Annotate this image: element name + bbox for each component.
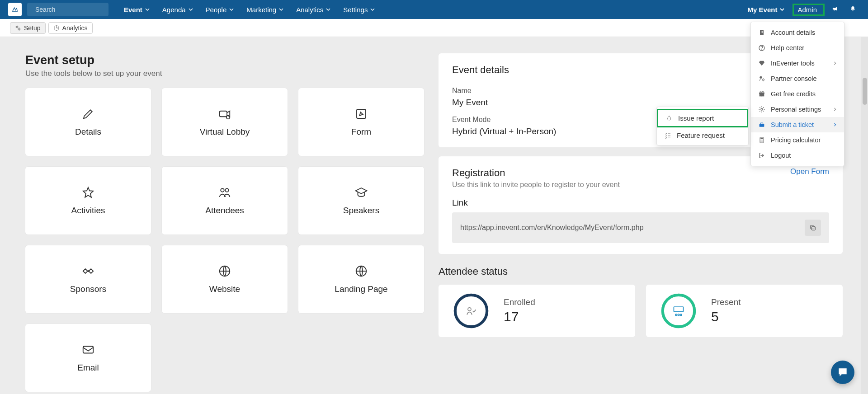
svg-rect-24	[760, 30, 764, 35]
svg-point-9	[225, 188, 229, 192]
svg-point-40	[761, 140, 762, 140]
enrolled-donut-icon	[451, 291, 491, 331]
attendee-status-section: Attendee status Enrolled 17 Present 5	[439, 263, 843, 337]
present-label: Present	[711, 297, 741, 307]
svg-point-30	[761, 49, 762, 50]
building-icon	[758, 29, 765, 36]
tile-label: Email	[77, 363, 99, 373]
copy-link-button[interactable]	[805, 220, 821, 236]
submenu-feature-request[interactable]: Feature request	[657, 127, 748, 143]
nav-item-event[interactable]: Event	[119, 3, 154, 16]
search-input[interactable]	[35, 6, 114, 13]
present-donut-icon	[659, 291, 698, 331]
globe-icon	[218, 264, 231, 278]
tile-details[interactable]: Details	[25, 88, 151, 156]
svg-point-8	[221, 188, 224, 192]
announce-button[interactable]	[828, 3, 842, 17]
tile-virtual-lobby[interactable]: Virtual Lobby	[162, 88, 288, 156]
chat-button[interactable]	[831, 361, 854, 384]
menu-partner-console[interactable]: Partner console	[751, 71, 844, 86]
tile-speakers[interactable]: Speakers	[298, 167, 424, 235]
chevron-down-icon	[370, 7, 375, 12]
menu-get-free-credits[interactable]: Get free credits	[751, 86, 844, 102]
registration-card: Registration Open Form Use this link to …	[439, 156, 843, 254]
tile-email[interactable]: Email	[25, 324, 151, 392]
nav-item-marketing[interactable]: Marketing	[242, 3, 288, 16]
name-value: My Event	[452, 98, 488, 108]
svg-point-16	[455, 295, 487, 327]
tile-activities[interactable]: Activities	[25, 167, 151, 235]
menu-pricing-calculator[interactable]: Pricing calculator	[751, 132, 844, 148]
tile-sponsors[interactable]: Sponsors	[25, 245, 151, 313]
chevron-down-icon	[326, 7, 330, 12]
svg-point-31	[760, 76, 762, 79]
chevron-down-icon	[780, 7, 784, 12]
edit-square-icon	[354, 107, 368, 121]
user-cog-icon	[758, 75, 765, 82]
copy-icon	[809, 224, 816, 231]
admin-dropdown[interactable]: Admin	[793, 4, 825, 16]
menu-submit-ticket[interactable]: Submit a ticket	[751, 117, 844, 132]
svg-point-21	[675, 314, 677, 316]
analytics-tab[interactable]: Analytics	[48, 22, 93, 34]
open-form-link[interactable]: Open Form	[790, 167, 829, 176]
enrolled-label: Enrolled	[504, 297, 535, 307]
menu-logout[interactable]: Logout	[751, 148, 844, 163]
tile-attendees[interactable]: Attendees	[162, 167, 288, 235]
setup-tab[interactable]: Setup	[10, 22, 46, 34]
link-value: https://app.inevent.com/en/Knowledge/MyE…	[460, 224, 644, 232]
chevron-down-icon	[229, 7, 234, 12]
gift-icon	[758, 90, 765, 98]
logo-button[interactable]	[8, 3, 22, 16]
menu-account-details[interactable]: Account details	[751, 25, 844, 40]
link-box: https://app.inevent.com/en/Knowledge/MyE…	[452, 212, 829, 243]
nav-item-analytics[interactable]: Analytics	[292, 3, 335, 16]
checklist-icon	[664, 132, 671, 139]
link-label: Link	[452, 198, 829, 208]
chevron-down-icon	[145, 7, 150, 12]
tile-website[interactable]: Website	[162, 245, 288, 313]
event-setup-title: Event setup	[25, 53, 424, 67]
nav-label: Marketing	[246, 6, 276, 14]
calculator-icon	[758, 136, 765, 144]
scrollbar-thumb[interactable]	[863, 78, 867, 105]
event-setup-subtitle: Use the tools below to set up your event	[25, 69, 424, 78]
svg-point-32	[762, 79, 764, 81]
graduation-cap-icon	[354, 186, 368, 199]
tile-grid: Details Virtual Lobby Form Activities At…	[25, 88, 424, 392]
menu-label: Personal settings	[771, 106, 821, 113]
pencil-icon	[81, 107, 95, 121]
nav-item-people[interactable]: People	[201, 3, 239, 16]
scrollbar-track[interactable]	[861, 37, 868, 394]
menu-personal-settings[interactable]: Personal settings	[751, 102, 844, 117]
svg-point-17	[468, 308, 471, 311]
globe-icon	[354, 264, 368, 278]
svg-rect-25	[761, 31, 761, 32]
tile-landing-page[interactable]: Landing Page	[298, 245, 424, 313]
present-card: Present 5	[646, 285, 843, 337]
gear-icon	[758, 106, 765, 113]
tile-label: Landing Page	[335, 284, 387, 294]
my-event-dropdown[interactable]: My Event	[743, 3, 789, 16]
svg-rect-38	[760, 138, 763, 139]
submenu-issue-report[interactable]: Issue report	[657, 109, 748, 127]
chevron-right-icon	[833, 61, 837, 65]
menu-help-center[interactable]: Help center	[751, 40, 844, 56]
menu-label: Partner console	[771, 75, 817, 82]
svg-point-35	[761, 108, 763, 110]
nav-item-settings[interactable]: Settings	[339, 3, 379, 16]
toolbox-icon	[758, 121, 765, 128]
pie-chart-icon	[53, 25, 60, 31]
attendee-status-title: Attendee status	[439, 266, 843, 277]
tile-label: Form	[351, 127, 371, 137]
tile-label: Activities	[71, 206, 105, 216]
nav-item-agenda[interactable]: Agenda	[158, 3, 198, 16]
main-area: Event setup Use the tools below to set u…	[0, 37, 868, 394]
tile-form[interactable]: Form	[298, 88, 424, 156]
admin-dropdown-menu: Account details Help center InEventer to…	[750, 22, 844, 166]
menu-ineventer-tools[interactable]: InEventer tools	[751, 56, 844, 71]
notifications-button[interactable]	[846, 3, 860, 17]
svg-rect-14	[811, 225, 814, 229]
diamond-icon	[758, 60, 765, 67]
search-box[interactable]	[27, 3, 108, 16]
